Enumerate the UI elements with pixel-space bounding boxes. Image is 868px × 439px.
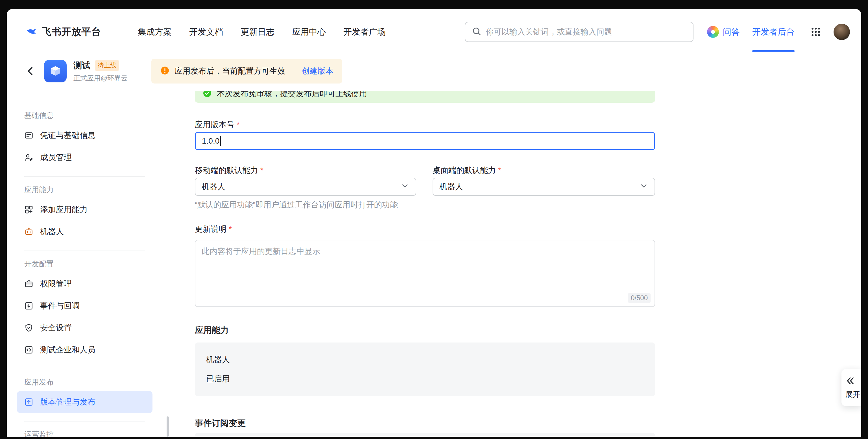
status-badge: 待上线: [95, 60, 119, 71]
expand-label: 展开: [845, 390, 860, 400]
expand-panel-button[interactable]: 展开: [841, 369, 861, 406]
app-subtitle: 正式应用@环界云: [73, 74, 128, 83]
success-banner-text: 本次发布免审核，提交发布后即可上线使用: [217, 91, 367, 99]
success-check-icon: [203, 91, 212, 99]
event-subscription-box: [195, 433, 655, 437]
members-icon: [24, 153, 33, 162]
nav-integration[interactable]: 集成方案: [138, 26, 172, 38]
tab-developer-console[interactable]: 开发者后台: [752, 26, 795, 38]
sidebar-item-label: 成员管理: [40, 152, 72, 163]
nav-dev-plaza[interactable]: 开发者广场: [343, 26, 386, 38]
feishu-logo[interactable]: 飞书开放平台: [25, 25, 101, 39]
logo-text: 飞书开放平台: [42, 25, 101, 38]
divider: [24, 250, 145, 251]
search-input[interactable]: [486, 27, 687, 36]
app-cube-icon: [44, 60, 67, 82]
sidebar-item-version-release[interactable]: 版本管理与发布: [17, 391, 153, 413]
search-box[interactable]: [465, 22, 693, 42]
qa-gradient-icon: [707, 26, 719, 38]
version-input[interactable]: 1.0.0: [195, 132, 655, 150]
sidebar-item-security[interactable]: 安全设置: [17, 317, 153, 339]
divider: [24, 369, 145, 369]
shield-check-icon: [24, 323, 33, 332]
sidebar-section-release: 应用发布: [17, 377, 176, 387]
qa-button[interactable]: 问答: [707, 26, 740, 38]
success-banner: 本次发布免审核，提交发布后即可上线使用: [195, 91, 655, 103]
content-area: 基础信息 凭证与基础信息 成员管理 应用能力 添加应用能力: [7, 91, 861, 437]
app-capability-box: 机器人 已启用: [195, 342, 655, 396]
search-icon: [471, 26, 482, 37]
publish-warning-banner: 应用发布后，当前配置方可生效 创建版本: [151, 59, 342, 83]
mobile-capability-select[interactable]: 机器人: [195, 178, 416, 196]
briefcase-icon: [24, 279, 33, 288]
version-label: 应用版本号*: [195, 119, 655, 130]
nav-docs[interactable]: 开发文档: [189, 26, 223, 38]
required-mark: *: [498, 166, 501, 175]
text-caret: [220, 136, 221, 146]
sidebar-item-credentials[interactable]: 凭证与基础信息: [17, 125, 153, 146]
mobile-capability-label: 移动端的默认能力*: [195, 165, 416, 176]
sidebar-item-label: 添加应用能力: [40, 204, 88, 215]
sidebar-section-basic: 基础信息: [17, 111, 176, 121]
update-notes-textarea[interactable]: [195, 240, 655, 307]
id-card-icon: [24, 131, 33, 140]
app-name: 测试: [73, 60, 90, 71]
required-mark: *: [237, 120, 240, 129]
sidebar-item-label: 安全设置: [40, 323, 72, 333]
sidebar-item-bot[interactable]: 机器人: [17, 221, 153, 243]
browser-window: 飞书开放平台 集成方案 开发文档 更新日志 应用中心 开发者广场 问答 开发者后…: [7, 9, 861, 437]
capability-hint: “默认的应用功能”即用户通过工作台访问应用时打开的功能: [195, 199, 655, 210]
sidebar-item-label: 事件与回调: [40, 301, 80, 311]
sidebar-item-members[interactable]: 成员管理: [17, 146, 153, 168]
sidebar-item-events-callback[interactable]: 事件与回调: [17, 295, 153, 317]
back-button[interactable]: [24, 64, 37, 78]
sidebar-item-label: 版本管理与发布: [40, 397, 95, 407]
char-counter: 0/500: [628, 293, 651, 303]
sidebar-item-label: 凭证与基础信息: [40, 130, 95, 141]
success-banner-clip: 本次发布免审核，提交发布后即可上线使用: [195, 91, 655, 103]
sidebar-item-label: 机器人: [40, 226, 64, 237]
double-chevron-left-icon: [845, 376, 855, 387]
sidebar-item-add-capability[interactable]: 添加应用能力: [17, 199, 153, 221]
sidebar-section-monitoring: 运营监控: [17, 430, 176, 437]
qa-label: 问答: [723, 26, 740, 38]
feishu-logo-icon: [25, 25, 38, 39]
sidebar-item-label: 测试企业和人员: [40, 344, 95, 355]
app-header-bar: 测试 待上线 正式应用@环界云 应用发布后，当前配置方可生效 创建版本: [7, 52, 861, 91]
nav-app-center[interactable]: 应用中心: [292, 26, 326, 38]
default-capability-row: 移动端的默认能力* 机器人 桌面端的默认能力*: [195, 165, 655, 196]
nav-changelog[interactable]: 更新日志: [241, 26, 275, 38]
sidebar-section-dev-config: 开发配置: [17, 259, 176, 269]
apps-grid-icon[interactable]: [810, 27, 821, 37]
sidebar-item-label: 权限管理: [40, 278, 72, 289]
event-arrow-icon: [24, 301, 33, 310]
top-navbar: 飞书开放平台 集成方案 开发文档 更新日志 应用中心 开发者广场 问答 开发者后…: [7, 9, 861, 52]
divider: [24, 421, 145, 421]
desktop-capability-select[interactable]: 机器人: [433, 178, 655, 196]
divider: [24, 176, 145, 177]
desktop-capability-value: 机器人: [439, 181, 463, 192]
sidebar-section-capability: 应用能力: [17, 185, 176, 195]
create-version-link[interactable]: 创建版本: [302, 66, 333, 76]
sidebar-item-test-org[interactable]: 测试企业和人员: [17, 339, 153, 361]
add-capability-icon: [24, 205, 33, 214]
app-capability-heading: 应用能力: [195, 325, 655, 335]
required-mark: *: [260, 166, 264, 175]
main-panel: 本次发布免审核，提交发布后即可上线使用 应用版本号* 1.0.0 移动端的默认能…: [176, 91, 861, 437]
update-notes-wrap: 0/500: [195, 240, 655, 307]
version-value: 1.0.0: [202, 137, 219, 145]
capability-name: 机器人: [206, 354, 644, 365]
event-subscription-heading: 事件订阅变更: [195, 418, 655, 428]
sidebar: 基础信息 凭证与基础信息 成员管理 应用能力 添加应用能力: [7, 91, 176, 437]
desktop-capability-label: 桌面端的默认能力*: [433, 165, 655, 176]
chevron-down-icon: [639, 181, 648, 193]
capability-status: 已启用: [206, 374, 644, 384]
required-mark: *: [229, 225, 232, 233]
sidebar-item-permissions[interactable]: 权限管理: [17, 273, 153, 295]
user-avatar[interactable]: [834, 24, 850, 40]
app-meta: 测试 待上线 正式应用@环界云: [73, 60, 128, 83]
warning-text: 应用发布后，当前配置方可生效: [175, 66, 285, 76]
mobile-capability-value: 机器人: [202, 181, 225, 192]
sidebar-scrollbar[interactable]: [166, 416, 169, 437]
update-notes-label: 更新说明*: [195, 224, 655, 235]
